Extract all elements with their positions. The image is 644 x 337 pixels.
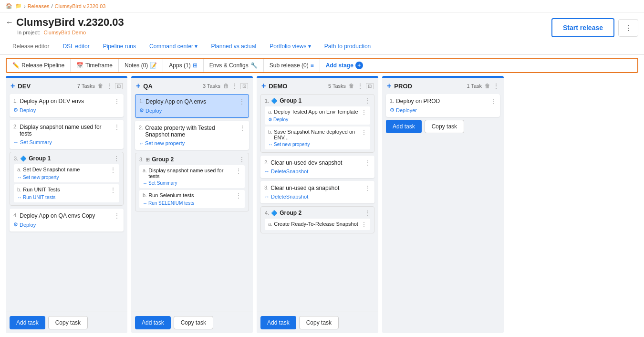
task-badge[interactable]: ↔ DeleteSnapshot: [264, 168, 371, 174]
dev-copy-task-button[interactable]: Copy task: [48, 316, 88, 329]
gear-icon: ⚙: [390, 107, 395, 113]
column-dev-add[interactable]: +: [10, 82, 15, 90]
task-badge[interactable]: ⚙ Deployer: [390, 107, 496, 113]
folder-icon[interactable]: 📁: [15, 3, 22, 9]
task-badge[interactable]: ↔ Set new property: [139, 140, 245, 146]
arrow-icon: ↔: [264, 168, 270, 174]
nav-tabs: Release editor DSL editor Pipeline runs …: [0, 39, 644, 55]
tab-command-center[interactable]: Command center ▾: [143, 39, 204, 54]
task-badge[interactable]: ⚙ Deploy: [13, 221, 120, 228]
task-more-icon[interactable]: ⋮: [239, 125, 245, 131]
toolbar-release-pipeline[interactable]: ✏️ Release Pipeline: [7, 59, 71, 72]
sub-task-more[interactable]: ⋮: [110, 167, 116, 173]
back-title-row: ← ClumsyBird v.2320.03: [6, 16, 124, 29]
prod-delete-icon[interactable]: 🗑: [485, 83, 490, 89]
back-arrow[interactable]: ←: [6, 18, 13, 27]
gear-icon: ⚙: [139, 107, 144, 114]
group-more-icon[interactable]: ⋮: [114, 155, 119, 162]
task-more-icon[interactable]: ⋮: [114, 98, 120, 105]
task-title: Create property with Tested Snapshot nam…: [145, 125, 238, 138]
prod-add-task-button[interactable]: Add task: [386, 120, 422, 133]
tab-portfolio-views[interactable]: Portfolio views ▾: [263, 39, 318, 54]
dev-more-icon[interactable]: ⋮: [106, 83, 112, 89]
task-title: Deploy App on QA envs Copy: [20, 212, 95, 219]
sub-task-more[interactable]: ⋮: [236, 192, 241, 199]
toolbar-envs-configs[interactable]: Envs & Configs 🔧: [204, 59, 264, 72]
toolbar-timeframe[interactable]: 📅 Timeframe: [71, 59, 119, 72]
task-more-icon[interactable]: ⋮: [114, 212, 120, 219]
task-badge[interactable]: ↔ DeleteSnapshot: [264, 194, 371, 200]
sub-task: a. Display snapshot name used for tests …: [139, 165, 245, 188]
project-link[interactable]: ClumsyBird Demo: [43, 30, 86, 35]
sub-badge-label: Set Summary: [148, 180, 177, 186]
task-badge[interactable]: ⚙ Deploy: [13, 107, 120, 113]
task-more-icon[interactable]: ⋮: [239, 98, 245, 105]
sub-task-more[interactable]: ⋮: [361, 109, 367, 116]
task-num: 1.: [390, 98, 394, 104]
task-more-icon[interactable]: ⋮: [114, 124, 120, 130]
group-icon: 🔷: [271, 98, 278, 104]
demo-expand-icon[interactable]: ⊡: [366, 83, 374, 89]
sub-task: b. Run Selenium tests ⋮ ↔ Run SELENIUM t…: [139, 190, 245, 208]
group-card: 1. 🔷 Group 1 ⋮ a. Deploy Tested App on E…: [260, 94, 374, 153]
dev-add-task-button[interactable]: Add task: [10, 316, 45, 329]
group-more-icon[interactable]: ⋮: [364, 97, 370, 104]
more-menu-button[interactable]: ⋮: [618, 19, 638, 37]
task-num: 3.: [264, 185, 269, 190]
dev-expand-icon[interactable]: ⊡: [115, 83, 123, 89]
demo-copy-task-button[interactable]: Copy task: [299, 316, 339, 329]
sub-task-more[interactable]: ⋮: [361, 129, 367, 136]
qa-copy-task-button[interactable]: Copy task: [174, 316, 213, 329]
task-num: 2.: [264, 159, 269, 165]
task-more-icon[interactable]: ⋮: [490, 98, 496, 105]
group-card: 3. 🔷 Group 1 ⋮ a. Set Dev Snapshot name …: [10, 152, 124, 206]
project-label: In project:: [17, 30, 40, 35]
demo-add-task-button[interactable]: Add task: [260, 316, 296, 329]
tab-path-to-production[interactable]: Path to production: [318, 39, 377, 54]
demo-more-icon[interactable]: ⋮: [357, 83, 363, 89]
demo-delete-icon[interactable]: 🗑: [349, 83, 354, 89]
breadcrumb-sep2: /: [52, 3, 53, 9]
prod-add-icon[interactable]: +: [387, 82, 391, 90]
top-bar: 🏠 📁 › Releases / ClumsyBird v.2320.03: [0, 0, 644, 12]
task-more-icon[interactable]: ⋮: [365, 159, 371, 166]
home-icon[interactable]: 🏠: [6, 3, 12, 9]
group-more-icon[interactable]: ⋮: [239, 156, 245, 163]
toolbar-notes[interactable]: Notes (0) 📝: [119, 59, 163, 72]
sub-task-more[interactable]: ⋮: [236, 168, 241, 174]
task-more-icon[interactable]: ⋮: [365, 185, 371, 191]
toolbar-add-stage[interactable]: Add stage +: [320, 59, 369, 72]
qa-add-icon[interactable]: +: [136, 82, 140, 90]
column-dev-footer: Add task Copy task: [6, 312, 127, 333]
toolbar-sub-release[interactable]: Sub release (0) ≡: [264, 59, 320, 72]
tab-pipeline-runs[interactable]: Pipeline runs: [96, 39, 143, 54]
tab-release-editor[interactable]: Release editor: [6, 39, 56, 54]
qa-delete-icon[interactable]: 🗑: [223, 83, 229, 89]
add-stage-label: Add stage: [326, 62, 353, 69]
task-badge[interactable]: ↔ Set Summary: [13, 139, 120, 145]
sub-badge-label: Deploy: [273, 117, 288, 122]
breadcrumb-sep: ›: [24, 3, 26, 9]
app-container: 🏠 📁 › Releases / ClumsyBird v.2320.03 ← …: [0, 0, 644, 337]
sub-task-label: a.: [268, 221, 272, 227]
start-release-button[interactable]: Start release: [551, 18, 614, 37]
qa-add-task-button[interactable]: Add task: [135, 316, 171, 329]
prod-more-icon[interactable]: ⋮: [493, 83, 499, 89]
task-badge[interactable]: ⚙ Deploy: [139, 107, 245, 114]
prod-copy-task-button[interactable]: Copy task: [425, 120, 464, 133]
sub-badge-label: Set new property: [274, 142, 310, 147]
badge-label: Deploy: [145, 108, 162, 114]
toolbar-apps[interactable]: Apps (1) ⊞: [163, 59, 203, 72]
demo-add-icon[interactable]: +: [261, 82, 266, 90]
qa-more-icon[interactable]: ⋮: [232, 83, 238, 89]
tab-dsl-editor[interactable]: DSL editor: [56, 39, 96, 54]
dev-delete-icon[interactable]: 🗑: [98, 83, 104, 89]
task-title: Clear un-used dev snapshot: [270, 159, 342, 166]
qa-expand-icon[interactable]: ⊡: [240, 83, 248, 89]
sub-task-more[interactable]: ⋮: [361, 221, 367, 228]
tab-planned-vs-actual[interactable]: Planned vs actual: [204, 39, 263, 54]
breadcrumb-releases[interactable]: Releases: [28, 3, 50, 9]
sub-task-label: a.: [17, 167, 21, 172]
group-more-icon[interactable]: ⋮: [364, 210, 370, 216]
sub-task-more[interactable]: ⋮: [110, 187, 116, 193]
